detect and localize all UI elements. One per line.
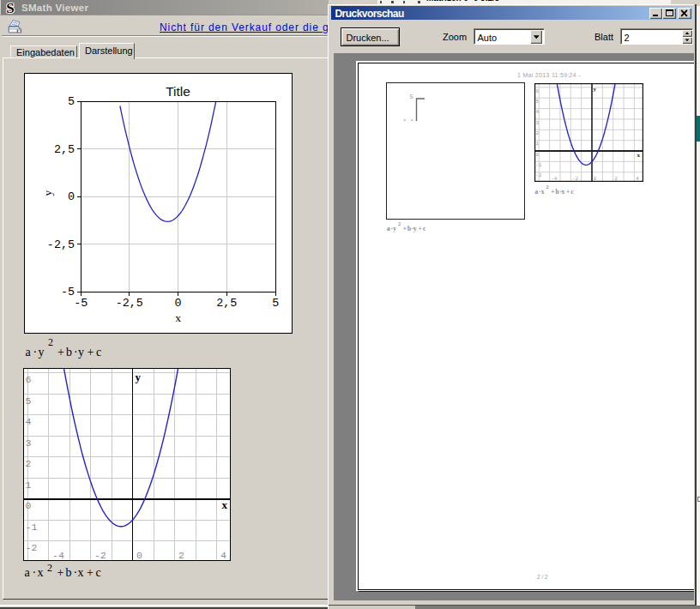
svg-text:x: x	[637, 151, 641, 158]
svg-text:-4: -4	[551, 175, 557, 181]
svg-text:0: 0	[594, 175, 597, 181]
svg-text:2: 2	[615, 175, 619, 181]
svg-text:2,5: 2,5	[216, 297, 237, 310]
svg-text:3: 3	[26, 437, 32, 449]
svg-text:-2,5: -2,5	[116, 297, 143, 310]
svg-text:4: 4	[220, 550, 226, 561]
svg-text:y: y	[41, 190, 54, 196]
svg-text:4: 4	[636, 175, 639, 181]
svg-text:2: 2	[178, 550, 184, 561]
svg-text:4: 4	[26, 416, 32, 427]
svg-text:6: 6	[26, 374, 32, 385]
svg-text:2,5: 2,5	[54, 143, 75, 156]
svg-text:x: x	[222, 498, 228, 511]
svg-text:-5: -5	[74, 297, 88, 310]
svg-text:0: 0	[26, 500, 32, 511]
svg-text:0: 0	[68, 190, 75, 203]
svg-text:5: 5	[68, 95, 75, 108]
svg-text:6: 6	[536, 87, 540, 93]
svg-text:0: 0	[136, 550, 142, 561]
svg-text:y: y	[594, 86, 597, 93]
svg-text:3: 3	[536, 119, 540, 125]
svg-text:y: y	[136, 371, 142, 383]
svg-text:-5: -5	[61, 286, 75, 298]
svg-text:-1: -1	[536, 161, 542, 167]
svg-text:Title: Title	[166, 84, 190, 99]
svg-text:-2: -2	[536, 172, 542, 178]
svg-text:5: 5	[536, 98, 540, 104]
svg-text:-2: -2	[94, 550, 106, 561]
svg-text:-2: -2	[572, 175, 578, 181]
svg-text:-2,5: -2,5	[47, 238, 75, 251]
svg-text:2: 2	[26, 458, 32, 469]
svg-text:1: 1	[536, 141, 540, 147]
svg-text:0: 0	[174, 297, 181, 310]
svg-text:2: 2	[536, 130, 540, 136]
svg-text:5: 5	[26, 395, 32, 407]
svg-text:-1: -1	[26, 522, 38, 533]
svg-text:5: 5	[272, 297, 279, 310]
svg-text:-2: -2	[26, 542, 38, 553]
svg-text:4: 4	[536, 109, 540, 115]
svg-text:0: 0	[536, 151, 540, 157]
svg-text:x: x	[175, 311, 181, 324]
svg-text:S: S	[6, 1, 14, 15]
svg-text:-4: -4	[52, 550, 64, 561]
svg-text:1: 1	[26, 479, 32, 491]
